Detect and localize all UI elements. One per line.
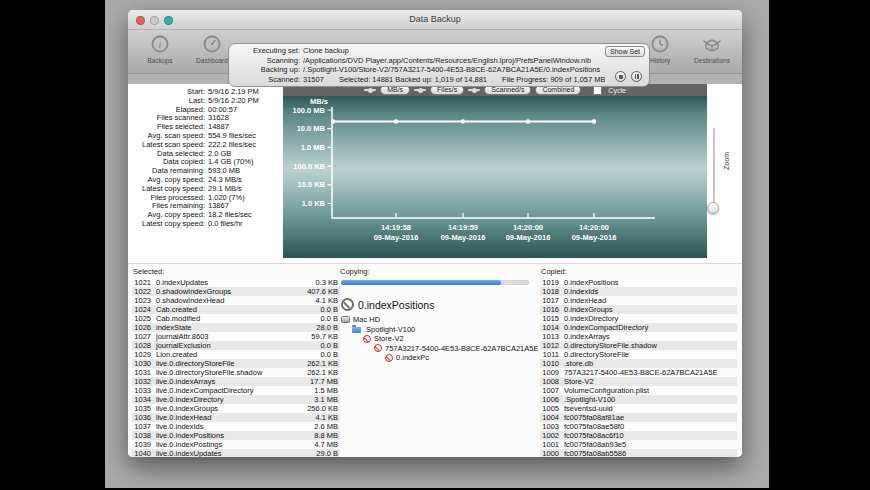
copied-row[interactable]: 1000 fc0075fa08ab5586 [540, 449, 737, 457]
file-name: journalExclusion [156, 341, 316, 350]
show-set-button[interactable]: Show Set [605, 46, 645, 57]
executing-set-value: Clone backup [303, 46, 349, 56]
svg-text:10.0 MB: 10.0 MB [297, 124, 326, 133]
file-number: 1003 [542, 422, 559, 431]
copied-row[interactable]: 1011 0.directoryStoreFile [540, 350, 737, 359]
selected-row[interactable]: 1027 journalAttr.8603 59.7 KB [132, 332, 340, 341]
minimize-button[interactable] [150, 16, 159, 25]
copied-row[interactable]: 1019 0.indexPositions [540, 278, 737, 287]
selected-row[interactable]: 1034 live.0.indexDirectory 3.1 MB [132, 395, 340, 404]
svg-text:14:20:00: 14:20:00 [579, 223, 609, 232]
selected-row[interactable]: 1022 0.shadowIndexGroups 407.6 KB [132, 287, 340, 296]
selected-row[interactable]: 1028 journalExclusion 0.0 B [132, 341, 340, 350]
file-name: VolumeConfiguration.plist [564, 386, 735, 395]
backup-statistics: Start: 5/9/16 2:19 PM Last: 5/9/16 2:20 … [132, 88, 284, 229]
copied-row[interactable]: 1003 fc0075fa08ae58f0 [540, 422, 737, 431]
copied-row[interactable]: 1012 0.directoryStoreFile.shadow [540, 341, 737, 350]
selected-row[interactable]: 1036 live.0.indexHead 4.1 KB [132, 413, 340, 422]
copied-row[interactable]: 1008 Store-V2 [540, 377, 737, 386]
close-button[interactable] [136, 16, 145, 25]
file-name: 0.directoryStoreFile [564, 350, 735, 359]
tree-row[interactable]: 0.indexPc [385, 353, 537, 363]
copied-row[interactable]: 1013 0.indexArrays [540, 332, 737, 341]
file-number: 1009 [542, 368, 559, 377]
file-number: 1019 [542, 278, 559, 287]
copied-row[interactable]: 1005 fseventsd-uuid [540, 404, 737, 413]
selected-row[interactable]: 1023 0.shadowIndexHead 4.1 KB [132, 296, 340, 305]
file-size: 407.6 KB [307, 287, 338, 296]
backups-label: Backups [148, 57, 173, 64]
destinations-button[interactable]: Destinations [690, 34, 734, 64]
copied-row[interactable]: 1017 0.indexHead [540, 296, 737, 305]
file-name: 0.indexDirectory [564, 314, 735, 323]
selected-row[interactable]: 1031 live.0.directoryStoreFile.shadow 26… [132, 368, 340, 377]
destinations-label: Destinations [694, 57, 730, 64]
svg-text:09-May-2016: 09-May-2016 [572, 233, 617, 242]
stop-button[interactable] [615, 71, 626, 82]
file-number: 1014 [542, 323, 559, 332]
file-size: 17.7 MB [310, 377, 338, 386]
toolbar-left-group: i Backups Dashboard [138, 34, 234, 64]
stat-value: 0.0 files/hr [208, 220, 243, 229]
zoom-slider-track[interactable] [713, 128, 715, 210]
selected-row[interactable]: 1032 live.0.indexArrays 17.7 MB [132, 377, 340, 386]
file-number: 1000 [542, 449, 559, 457]
copied-row[interactable]: 1001 fc0075fa08ab93e5 [540, 440, 737, 449]
copied-row[interactable]: 1006 .Spotlight-V100 [540, 395, 737, 404]
file-number: 1026 [134, 323, 151, 332]
tree-row[interactable]: .Spotlight-V100 [352, 325, 537, 335]
file-name: fc0075fa08ab93e5 [564, 440, 735, 449]
file-number: 1007 [542, 386, 559, 395]
file-number: 1036 [134, 413, 151, 422]
selected-row[interactable]: 1039 live.0.indexPostings 4.7 MB [132, 440, 340, 449]
selected-row[interactable]: 1029 Lion.created 0.0 B [132, 350, 340, 359]
file-size: 1.5 MB [314, 386, 338, 395]
zoom-button[interactable] [164, 16, 173, 25]
file-name: fc0075fa08ae58f0 [564, 422, 735, 431]
file-size: 262.1 KB [307, 359, 338, 368]
copied-row[interactable]: 1014 0.indexCompactDirectory [540, 323, 737, 332]
file-number: 1034 [134, 395, 151, 404]
selected-row[interactable]: 1021 0.indexUpdates 0.3 KB [132, 278, 340, 287]
selected-row[interactable]: 1033 live.0.indexCompactDirectory 1.5 MB [132, 386, 340, 395]
tree-row[interactable]: Mac HD [341, 315, 537, 325]
history-clock-icon [649, 34, 671, 56]
stat-label: Latest copy speed: [132, 220, 205, 229]
scanning-path: /Applications/DVD Player.app/Contents/Re… [303, 56, 591, 66]
current-copy-name: 0.indexPositions [358, 299, 434, 311]
title-bar[interactable]: Data Backup [128, 10, 742, 30]
selected-row[interactable]: 1026 indexState 28.0 B [132, 323, 340, 332]
copied-row[interactable]: 1015 0.indexDirectory [540, 314, 737, 323]
copied-row[interactable]: 1016 0.indexGroups [540, 305, 737, 314]
copied-row[interactable]: 1018 0.indexIds [540, 287, 737, 296]
selected-row[interactable]: 1040 live.0.indexUpdates 29.0 B [132, 449, 340, 457]
data-backup-window: Data Backup i Backups [128, 10, 742, 457]
pause-button[interactable] [631, 71, 642, 82]
file-name: live.0.indexArrays [156, 377, 306, 386]
selected-row[interactable]: 1038 live.0.indexPositions 8.8 MB [132, 431, 340, 440]
copied-row[interactable]: 1009 757A3217-5400-4E53-B8CE-62A7BCA21A5… [540, 368, 737, 377]
copied-row[interactable]: 1004 fc0075fa08af81ae [540, 413, 737, 422]
file-lists-section: Selected: 1021 0.indexUpdates 0.3 KB 102… [128, 263, 742, 457]
tree-row[interactable]: 757A3217-5400-4E53-B8CE-62A7BCA21A5E [374, 344, 537, 354]
file-name: 0.directoryStoreFile.shadow [564, 341, 735, 350]
selected-row[interactable]: 1030 live.0.directoryStoreFile 262.1 KB [132, 359, 340, 368]
copied-header: Copied: [541, 267, 737, 276]
restricted-file-icon [341, 298, 354, 311]
selected-row[interactable]: 1035 live.0.indexGroups 256.0 KB [132, 404, 340, 413]
selected-row[interactable]: 1025 Cab.modified 0.0 B [132, 314, 340, 323]
copied-row[interactable]: 1007 VolumeConfiguration.plist [540, 386, 737, 395]
tree-item-name: Mac HD [353, 315, 380, 325]
copied-row[interactable]: 1010 .store.db [540, 359, 737, 368]
file-number: 1001 [542, 440, 559, 449]
backups-button[interactable]: i Backups [138, 34, 182, 64]
file-name: 0.indexPositions [564, 278, 735, 287]
zoom-slider-thumb[interactable] [707, 202, 719, 214]
selected-row[interactable]: 1037 live.0.indexIds 2.6 MB [132, 422, 340, 431]
file-number: 1002 [542, 431, 559, 440]
selected-row[interactable]: 1024 Cab.created 0.0 B [132, 305, 340, 314]
svg-text:09-May-2016: 09-May-2016 [441, 233, 486, 242]
file-name: indexState [156, 323, 312, 332]
copied-row[interactable]: 1002 fc0075fa08ac6f10 [540, 431, 737, 440]
tree-row[interactable]: Store-V2 [363, 334, 537, 344]
